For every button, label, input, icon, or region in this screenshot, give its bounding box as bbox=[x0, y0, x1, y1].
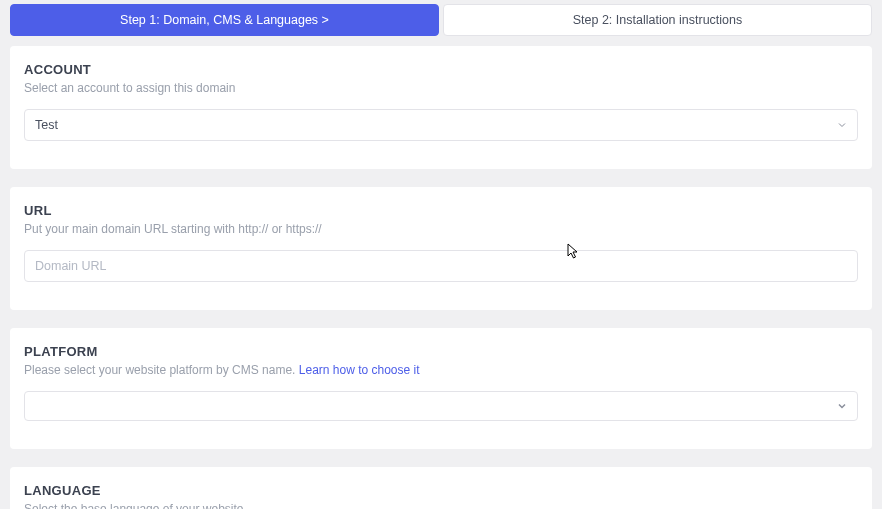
panel-url: URL Put your main domain URL starting wi… bbox=[10, 187, 872, 310]
platform-learn-link[interactable]: Learn how to choose it bbox=[299, 363, 420, 377]
platform-select-wrap bbox=[24, 391, 858, 421]
language-title: LANGUAGE bbox=[24, 483, 858, 498]
platform-desc-text: Please select your website platform by C… bbox=[24, 363, 299, 377]
url-title: URL bbox=[24, 203, 858, 218]
url-input[interactable] bbox=[24, 250, 858, 282]
platform-select[interactable] bbox=[24, 391, 858, 421]
panel-platform: PLATFORM Please select your website plat… bbox=[10, 328, 872, 449]
platform-desc: Please select your website platform by C… bbox=[24, 363, 858, 377]
tab-step2[interactable]: Step 2: Installation instructions bbox=[443, 4, 872, 36]
panel-account: ACCOUNT Select an account to assign this… bbox=[10, 46, 872, 169]
account-select[interactable]: Test bbox=[24, 109, 858, 141]
account-select-wrap: Test bbox=[24, 109, 858, 141]
account-desc: Select an account to assign this domain bbox=[24, 81, 858, 95]
steps-tabs: Step 1: Domain, CMS & Languages > Step 2… bbox=[0, 0, 882, 36]
panel-language: LANGUAGE Select the base language of you… bbox=[10, 467, 872, 509]
tab-step1[interactable]: Step 1: Domain, CMS & Languages > bbox=[10, 4, 439, 36]
platform-title: PLATFORM bbox=[24, 344, 858, 359]
account-title: ACCOUNT bbox=[24, 62, 858, 77]
language-desc: Select the base language of your website bbox=[24, 502, 858, 509]
url-desc: Put your main domain URL starting with h… bbox=[24, 222, 858, 236]
